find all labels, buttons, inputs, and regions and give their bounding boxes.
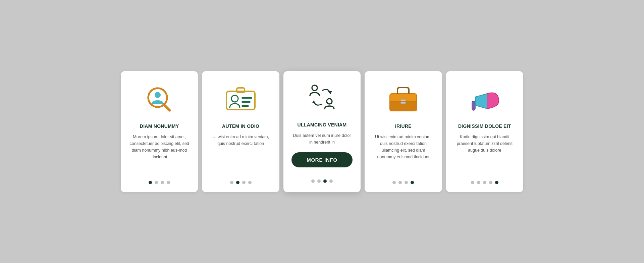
card-1-title: DIAM NONUMMY	[140, 123, 179, 129]
svg-marker-12	[328, 91, 332, 94]
card-4: IRIURE Ut wisi enim ad minim veniam, qui…	[365, 71, 442, 192]
svg-point-2	[155, 92, 161, 98]
dot	[161, 181, 164, 184]
dot	[248, 181, 252, 184]
card-3-text: Duis autem vel eum iriure dolor in hendr…	[291, 132, 353, 146]
dot	[477, 181, 480, 184]
dot	[317, 179, 321, 183]
card-1-text: Morem ipsum dolor sit amet, consectetuer…	[129, 134, 190, 174]
dot	[471, 181, 474, 184]
dot-active	[495, 181, 498, 184]
id-card-icon	[224, 82, 258, 115]
dot	[329, 179, 333, 183]
dot	[167, 181, 170, 184]
dot	[489, 181, 492, 184]
card-4-text: Ut wisi enim ad minim veniam, quis nostr…	[373, 134, 434, 174]
card-2-text: Ut wisi enim ad minim veniam, quis nostr…	[210, 134, 271, 174]
more-info-button[interactable]: MORE INFO	[291, 152, 353, 167]
card-5-title: DIGNISSIM DOLOE EIT	[458, 123, 511, 129]
svg-point-11	[327, 99, 332, 104]
dot	[242, 181, 246, 184]
svg-marker-13	[312, 101, 316, 103]
dot	[155, 181, 158, 184]
svg-rect-19	[472, 101, 475, 110]
dot-active	[323, 179, 327, 183]
card-3-title: ULLAMCING VENIAM	[298, 122, 347, 127]
svg-line-0	[164, 104, 170, 110]
dot	[230, 181, 233, 184]
card-2-title: AUTEM IN ODIO	[222, 123, 259, 129]
card-2: AUTEM IN ODIO Ut wisi enim ad minim veni…	[202, 71, 279, 192]
card-3: ULLAMCING VENIAM Duis autem vel eum iriu…	[283, 71, 361, 192]
dot	[392, 181, 396, 184]
card-1-dots	[149, 181, 170, 184]
people-exchange-icon	[305, 81, 339, 114]
dot-active	[236, 181, 239, 184]
card-5-text: Kodio dignissim qui blandit praesent lup…	[454, 134, 515, 174]
card-1: DIAM NONUMMY Morem ipsum dolor sit amet,…	[121, 71, 198, 192]
briefcase-icon	[386, 82, 420, 115]
card-4-title: IRIURE	[395, 123, 412, 129]
card-4-dots	[392, 181, 414, 184]
card-5-dots	[471, 181, 498, 184]
svg-rect-4	[226, 91, 255, 110]
dot-active	[149, 181, 152, 184]
dot-active	[411, 181, 414, 184]
svg-point-10	[312, 85, 317, 91]
card-2-dots	[230, 181, 252, 184]
card-5: DIGNISSIM DOLOE EIT Kodio dignissim qui …	[446, 71, 523, 192]
cards-container: DIAM NONUMMY Morem ipsum dolor sit amet,…	[121, 71, 523, 192]
megaphone-icon	[468, 82, 501, 115]
card-3-dots	[311, 179, 333, 183]
dot	[405, 181, 408, 184]
dot	[483, 181, 486, 184]
dot	[311, 179, 315, 183]
svg-point-6	[231, 95, 238, 102]
search-person-icon	[143, 82, 176, 115]
dot	[398, 181, 402, 184]
